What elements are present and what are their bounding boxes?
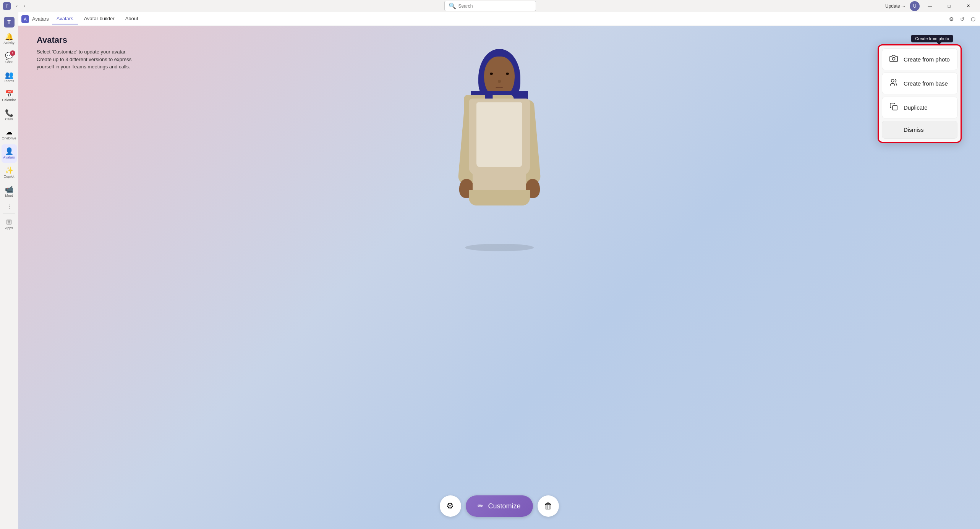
app-logo-icon: T bbox=[6, 4, 8, 8]
tabs-app-logo: A bbox=[21, 15, 29, 23]
sidebar-label-apps: Apps bbox=[5, 226, 13, 230]
sidebar-label-calendar: Calendar bbox=[2, 98, 16, 102]
apps-icon: ⊞ bbox=[6, 218, 12, 225]
tabs-logo-icon: A bbox=[24, 17, 26, 21]
tab-about[interactable]: About bbox=[121, 13, 143, 24]
sidebar-item-teams[interactable]: 👥 Teams bbox=[2, 68, 17, 86]
more-icon: ··· bbox=[6, 204, 13, 209]
sidebar-divider bbox=[3, 213, 15, 214]
sidebar: T 🔔 Activity 💬 Chat 2 👥 Teams 📅 Calendar… bbox=[0, 12, 18, 265]
sidebar-item-onedrive[interactable]: ☁ OneDrive bbox=[2, 125, 17, 144]
calendar-icon: 📅 bbox=[5, 91, 13, 97]
forward-button[interactable]: › bbox=[21, 2, 28, 10]
sidebar-item-calendar[interactable]: 📅 Calendar bbox=[2, 87, 17, 105]
activity-icon: 🔔 bbox=[5, 33, 13, 40]
sidebar-label-activity: Activity bbox=[3, 41, 15, 45]
search-input[interactable] bbox=[458, 3, 491, 9]
sidebar-item-avatars[interactable]: 👤 Avatars bbox=[2, 144, 17, 163]
sidebar-item-meet[interactable]: 📹 Meet bbox=[2, 183, 17, 201]
breadcrumb: Avatars bbox=[32, 16, 49, 22]
sidebar-label-teams: Teams bbox=[4, 79, 14, 83]
calls-icon: 📞 bbox=[5, 110, 13, 116]
sidebar-label-meet: Meet bbox=[5, 194, 13, 197]
title-bar: T ‹ › 🔍 Update ··· U — □ ✕ bbox=[0, 0, 490, 12]
sidebar-item-chat[interactable]: 💬 Chat 2 bbox=[2, 49, 17, 67]
sidebar-label-onedrive: OneDrive bbox=[2, 136, 16, 140]
sidebar-item-calls[interactable]: 📞 Calls bbox=[2, 106, 17, 125]
sidebar-item-activity[interactable]: 🔔 Activity bbox=[2, 30, 17, 48]
title-bar-left: T ‹ › bbox=[0, 2, 28, 10]
sidebar-item-logo[interactable]: T bbox=[2, 15, 17, 29]
sidebar-item-copilot[interactable]: ✨ Copilot bbox=[2, 163, 17, 182]
search-icon: 🔍 bbox=[449, 2, 456, 10]
sidebar-label-copilot: Copilot bbox=[3, 175, 14, 178]
sidebar-label-chat: Chat bbox=[5, 60, 13, 64]
sidebar-label-calls: Calls bbox=[5, 117, 13, 121]
tab-avatar-builder[interactable]: Avatar builder bbox=[79, 13, 119, 24]
context-menu-overlay: Create from photo Create from photo bbox=[18, 26, 490, 265]
tabs-bar: A Avatars Avatars Avatar builder About ⚙… bbox=[18, 12, 490, 26]
teams-logo-icon: T bbox=[7, 19, 11, 25]
sidebar-more[interactable]: ··· bbox=[6, 202, 11, 212]
main-content: Avatars Select 'Customize' to update you… bbox=[18, 26, 490, 265]
tab-avatars[interactable]: Avatars bbox=[52, 13, 78, 24]
title-bar-search: 🔍 bbox=[444, 1, 491, 11]
app-logo: T bbox=[3, 2, 11, 10]
teams-icon: 👥 bbox=[5, 71, 13, 78]
copilot-icon: ✨ bbox=[5, 167, 13, 174]
meet-icon: 📹 bbox=[5, 186, 13, 193]
onedrive-icon: ☁ bbox=[6, 129, 13, 136]
chat-badge: 2 bbox=[10, 50, 15, 56]
sidebar-item-apps[interactable]: ⊞ Apps bbox=[2, 215, 17, 233]
avatars-icon: 👤 bbox=[5, 148, 13, 155]
title-bar-nav: ‹ › bbox=[14, 2, 28, 10]
sidebar-label-avatars: Avatars bbox=[3, 155, 15, 159]
back-button[interactable]: ‹ bbox=[14, 2, 20, 10]
teams-logo: T bbox=[4, 17, 15, 28]
